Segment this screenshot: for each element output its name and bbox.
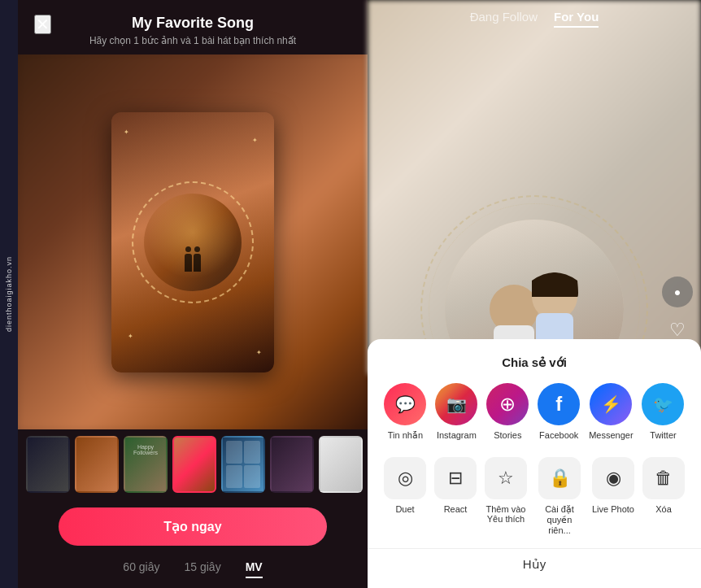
watermark: dienthoaigiakho.vn <box>0 0 18 588</box>
instagram-icon-circle: 📷 <box>435 383 477 425</box>
live-photo-icon-square: ◉ <box>592 457 634 499</box>
duet-icon-square: ◎ <box>384 457 426 499</box>
duet-icon: ◎ <box>398 468 413 489</box>
delete-label: Xóa <box>655 504 672 514</box>
share-favorite[interactable]: ☆ Thêm vào Yêu thích <box>485 457 527 535</box>
create-button[interactable]: Tạo ngay <box>59 507 327 546</box>
favorite-icon-square: ☆ <box>485 457 527 499</box>
share-duet[interactable]: ◎ Duet <box>384 457 426 535</box>
couple-silhouette <box>183 246 202 279</box>
delete-icon-square: 🗑 <box>642 457 685 499</box>
template-thumb-3[interactable]: HappyFollowers <box>124 436 168 493</box>
duration-tabs: 60 giây 15 giây MV <box>18 554 368 588</box>
share-react[interactable]: ⊟ React <box>434 457 477 535</box>
facebook-icon: f <box>555 393 562 416</box>
messenger-icon: ⚡ <box>601 394 621 414</box>
twitter-icon: 🐦 <box>653 394 673 414</box>
message-label: Tin nhắn <box>388 430 423 441</box>
share-twitter[interactable]: 🐦 Twitter <box>642 383 684 441</box>
duration-tab-mv[interactable]: MV <box>246 560 263 578</box>
star-icon: ☆ <box>498 468 514 489</box>
heart-icon: ♡ <box>669 320 686 341</box>
sparkle-icon: ✦ <box>128 333 133 340</box>
stories-label: Stories <box>494 430 521 440</box>
facebook-icon-circle: f <box>538 383 580 425</box>
twitter-icon-circle: 🐦 <box>642 383 684 425</box>
tab-dang-follow[interactable]: Đang Follow <box>470 10 538 28</box>
privacy-icon-square: 🔒 <box>538 457 581 499</box>
facebook-label: Facebook <box>539 430 578 440</box>
template-thumb-1[interactable] <box>26 436 70 493</box>
sparkle-icon: ✦ <box>124 128 129 136</box>
head-right <box>194 246 200 252</box>
message-icon-circle: 💬 <box>384 383 426 425</box>
left-panel: ✕ My Favorite Song Hãy chọn 1 bức ảnh và… <box>18 0 368 588</box>
share-privacy[interactable]: 🔒 Cài đặt quyền riên... <box>535 457 584 535</box>
right-side-icons: ● ♡ 0 <box>662 277 693 350</box>
template-thumb-7[interactable] <box>319 436 363 493</box>
sparkle-icon: ✦ <box>256 349 262 356</box>
message-icon: 💬 <box>395 394 416 414</box>
lock-icon: 🔒 <box>549 468 571 489</box>
share-delete[interactable]: 🗑 Xóa <box>642 457 685 535</box>
right-panel: Đang Follow For You <box>368 0 701 588</box>
duet-label: Duet <box>395 504 414 514</box>
share-facebook[interactable]: f Facebook <box>538 383 580 441</box>
left-subtitle: Hãy chọn 1 bức ảnh và 1 bài hát bạn thíc… <box>89 35 296 46</box>
twitter-label: Twitter <box>650 430 676 440</box>
close-button[interactable]: ✕ <box>34 15 51 34</box>
react-label: React <box>444 504 468 514</box>
template-strip: HappyFollowers <box>18 429 368 499</box>
video-card: ✦ ✦ ✦ ✦ <box>111 112 274 372</box>
template-thumb-5[interactable] <box>221 436 265 493</box>
live-photo-label: Live Photo <box>592 504 634 514</box>
share-tin-nhan[interactable]: 💬 Tin nhắn <box>384 383 426 441</box>
share-icons-row-2: ◎ Duet ⊟ React ☆ Thêm vào Yêu thích 🔒 <box>368 457 701 535</box>
silhouette-bodies <box>185 254 201 272</box>
instagram-label: Instagram <box>437 430 477 440</box>
template-thumb-2[interactable] <box>75 436 119 493</box>
share-icons-row-1: 💬 Tin nhắn 📷 Instagram ⊕ Stories f <box>368 383 701 441</box>
duration-tab-15[interactable]: 15 giây <box>185 560 221 578</box>
share-live-photo[interactable]: ◉ Live Photo <box>592 457 634 535</box>
body-right <box>194 254 201 272</box>
duration-tab-60[interactable]: 60 giây <box>123 560 159 578</box>
right-header: Đang Follow For You <box>368 0 701 37</box>
stories-icon-circle: ⊕ <box>486 383 529 425</box>
silhouette-heads <box>185 246 200 252</box>
bridge-scene <box>144 194 242 291</box>
trash-icon: 🗑 <box>655 468 673 489</box>
share-messenger[interactable]: ⚡ Messenger <box>589 383 633 441</box>
sparkle-icon: ✦ <box>252 137 258 144</box>
instagram-icon: 📷 <box>446 394 467 414</box>
music-circle-inner <box>144 194 242 291</box>
left-title: My Favorite Song <box>132 15 254 32</box>
body-left <box>185 254 192 272</box>
template-thumb-4[interactable] <box>172 436 216 493</box>
profile-icon: ● <box>674 285 681 298</box>
share-stories[interactable]: ⊕ Stories <box>486 383 529 441</box>
tab-for-you[interactable]: For You <box>554 10 599 28</box>
left-header: ✕ My Favorite Song Hãy chọn 1 bức ảnh và… <box>18 0 368 54</box>
react-icon: ⊟ <box>448 468 463 489</box>
messenger-icon-circle: ⚡ <box>590 383 632 425</box>
messenger-label: Messenger <box>589 430 633 440</box>
watermark-text: dienthoaigiakho.vn <box>5 256 13 332</box>
stories-icon: ⊕ <box>499 393 516 416</box>
react-icon-square: ⊟ <box>434 457 477 499</box>
music-circle <box>136 185 250 299</box>
profile-icon-btn[interactable]: ● <box>662 277 693 307</box>
template-thumb-6[interactable] <box>270 436 314 493</box>
head-left <box>185 246 191 252</box>
live-photo-icon: ◉ <box>606 468 621 489</box>
video-preview-area: ✦ ✦ ✦ ✦ <box>18 54 368 429</box>
share-instagram[interactable]: 📷 Instagram <box>435 383 477 441</box>
privacy-label: Cài đặt quyền riên... <box>535 504 584 535</box>
share-panel: Chia sẻ với 💬 Tin nhắn 📷 Instagram ⊕ Sto… <box>368 339 701 588</box>
favorite-label: Thêm vào Yêu thích <box>486 504 526 524</box>
share-title: Chia sẻ với <box>368 355 701 370</box>
cancel-button[interactable]: Hủy <box>368 548 701 580</box>
